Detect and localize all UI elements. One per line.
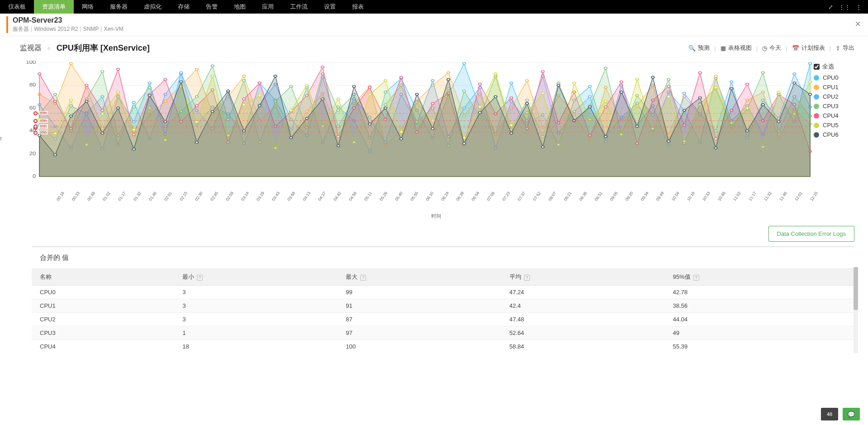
svg-point-326 (258, 105, 261, 107)
col-header[interactable]: 名称 (32, 269, 174, 286)
svg-text:20: 20 (29, 151, 36, 156)
nav-item-11[interactable]: 报表 (344, 0, 372, 14)
svg-point-75 (243, 75, 246, 77)
svg-point-252 (667, 85, 670, 87)
legend-select-all[interactable]: 全选 (814, 62, 854, 71)
svg-point-291 (494, 73, 497, 75)
svg-point-242 (510, 97, 513, 99)
svg-point-311 (809, 81, 812, 83)
svg-point-61 (809, 62, 812, 65)
svg-point-305 (714, 86, 717, 89)
close-icon[interactable]: × (855, 18, 861, 30)
svg-point-230 (321, 66, 324, 68)
svg-point-278 (290, 109, 293, 111)
svg-point-215 (85, 84, 88, 86)
nav-item-4[interactable]: 虚拟化 (136, 0, 170, 14)
table-view-button[interactable]: ▦表格视图 (720, 44, 752, 52)
nav-item-6[interactable]: 告警 (198, 0, 226, 14)
legend-item-cpu3[interactable]: CPU3 (814, 103, 854, 110)
svg-point-323 (211, 110, 214, 113)
svg-point-202 (667, 78, 670, 81)
collapse-icon[interactable]: ⤢ (828, 4, 833, 10)
predict-button[interactable]: 🔍预测 (688, 44, 710, 52)
nav-item-1[interactable]: 资源清单 (34, 0, 74, 14)
svg-point-339 (463, 142, 466, 144)
col-header[interactable]: 95%值? (665, 269, 854, 286)
scrollbar[interactable] (854, 267, 858, 353)
schedule-report-button[interactable]: 📅计划报表 (792, 44, 825, 52)
svg-point-296 (573, 82, 576, 84)
legend-item-cpu1[interactable]: CPU1 (814, 84, 854, 91)
chart-legend: 全选 CPU0CPU1CPU2CPU3CPU4CPU5CPU6 (814, 61, 854, 196)
legend-swatch (814, 94, 819, 100)
svg-point-292 (510, 124, 513, 126)
export-button[interactable]: ⇪导出 (835, 44, 854, 52)
legend-item-cpu0[interactable]: CPU0 (814, 74, 854, 81)
topnav-right-icons: ⤢ ⋮⋮ ⋮ (828, 0, 868, 14)
nav-item-0[interactable]: 仪表板 (0, 0, 34, 14)
svg-point-267 (117, 91, 120, 93)
table-row: CPU139142.438.56 (32, 299, 854, 313)
svg-point-324 (227, 90, 230, 92)
svg-point-153 (683, 92, 686, 95)
help-icon[interactable]: ? (524, 275, 530, 281)
table-row: CPU039947.2442.78 (32, 286, 854, 299)
legend-item-cpu2[interactable]: CPU2 (814, 93, 854, 100)
table-row: CPU238747.4844.04 (32, 313, 854, 326)
svg-point-88 (447, 72, 450, 74)
col-header[interactable]: 平均? (501, 269, 665, 286)
svg-text:60: 60 (29, 105, 36, 110)
nav-item-5[interactable]: 存储 (170, 0, 198, 14)
help-icon[interactable]: ? (197, 275, 203, 281)
svg-point-175 (243, 80, 246, 82)
legend-label: CPU1 (823, 84, 839, 91)
nav-item-2[interactable]: 网络 (74, 0, 102, 14)
calendar-icon: 📅 (792, 45, 799, 52)
svg-point-93 (525, 80, 529, 82)
search-icon: 🔍 (688, 45, 696, 52)
svg-point-356 (730, 87, 733, 90)
cpu-utilization-chart[interactable]: 020406080100 (18, 61, 814, 178)
svg-point-285 (400, 131, 403, 133)
svg-point-257 (746, 83, 749, 85)
legend-item-cpu6[interactable]: CPU6 (814, 131, 854, 138)
nav-item-3[interactable]: 服务器 (102, 0, 136, 14)
more-menu-icon[interactable]: ⋮ (856, 4, 862, 10)
svg-point-220 (164, 78, 167, 81)
legend-label: CPU6 (823, 131, 839, 138)
svg-point-47 (588, 85, 591, 87)
apps-grid-icon[interactable]: ⋮⋮ (839, 4, 850, 10)
svg-point-328 (290, 137, 293, 139)
svg-point-275 (243, 104, 246, 106)
nav-item-8[interactable]: 应用 (254, 0, 282, 14)
svg-point-189 (463, 90, 466, 92)
help-icon[interactable]: ? (360, 275, 366, 281)
legend-item-cpu4[interactable]: CPU4 (814, 112, 854, 119)
svg-point-105 (714, 75, 717, 77)
svg-point-335 (400, 138, 403, 140)
col-header[interactable]: 最大? (338, 269, 501, 286)
svg-text:100: 100 (26, 61, 36, 65)
col-header[interactable]: 最小? (174, 269, 338, 286)
svg-point-318 (132, 148, 135, 150)
nav-item-9[interactable]: 工作流 (282, 0, 316, 14)
svg-point-333 (368, 123, 372, 125)
legend-item-cpu5[interactable]: CPU5 (814, 122, 854, 129)
svg-point-315 (85, 100, 88, 102)
svg-point-244 (541, 71, 544, 73)
svg-point-279 (305, 84, 309, 86)
svg-point-302 (667, 96, 670, 98)
data-collection-error-logs-button[interactable]: Data Collection Error Logs (768, 226, 854, 242)
breadcrumb-monitor[interactable]: 监视器 (20, 43, 42, 53)
help-icon[interactable]: ? (693, 275, 699, 281)
nav-item-10[interactable]: 设置 (316, 0, 344, 14)
svg-point-168 (132, 106, 135, 108)
svg-point-178 (290, 85, 293, 87)
svg-point-160 (793, 73, 796, 75)
toolbar: 监视器 › CPU利用率 [XenService] 🔍预测 | ▦表格视图 | … (0, 36, 868, 58)
svg-text:0: 0 (33, 174, 36, 178)
p95-marker-icon (33, 131, 38, 135)
nav-item-7[interactable]: 地图 (226, 0, 254, 14)
p95-label: 95th (39, 111, 48, 115)
today-button[interactable]: ◷今天 (762, 44, 781, 52)
